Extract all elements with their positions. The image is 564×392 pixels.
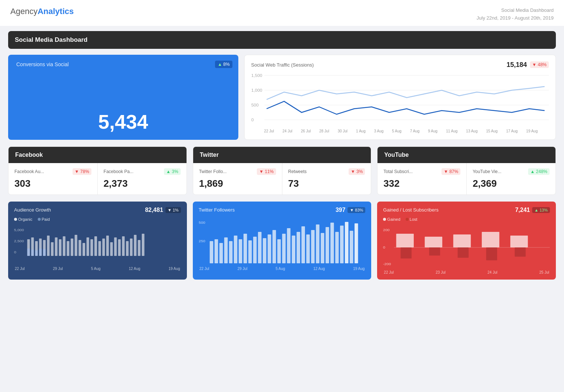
svg-rect-29 — [98, 241, 101, 256]
svg-rect-53 — [234, 236, 237, 263]
svg-rect-35 — [122, 236, 125, 256]
twitter-followers-badge: ▼ 83% — [348, 207, 365, 213]
svg-rect-32 — [110, 242, 113, 256]
svg-rect-64 — [287, 228, 290, 263]
svg-rect-86 — [482, 232, 499, 247]
svg-rect-50 — [219, 243, 222, 263]
logo-analytics: Analytics — [37, 7, 74, 16]
bottom-charts-row: Audience Growth 82,481 ▼ 1% Organic Paid… — [8, 202, 556, 280]
traffic-value-group: 15,184 ▼ 48% — [507, 61, 549, 69]
tw-metric-1-badge: ▼ 3% — [349, 168, 365, 175]
svg-rect-43 — [35, 250, 38, 256]
svg-text:0: 0 — [383, 245, 385, 249]
svg-text:2,500: 2,500 — [14, 239, 24, 243]
svg-rect-18 — [55, 237, 57, 256]
svg-rect-59 — [263, 238, 266, 263]
facebook-metric-0: Facebook Au... ▼ 78% 303 — [9, 163, 98, 195]
svg-rect-22 — [71, 239, 73, 256]
twitter-followers-card: Twitter Followers 397 ▼ 83% 500 250 — [193, 202, 372, 280]
youtube-header: YouTube — [377, 147, 555, 163]
svg-rect-49 — [214, 239, 218, 263]
svg-text:1,500: 1,500 — [251, 73, 262, 77]
svg-rect-44 — [39, 249, 42, 256]
svg-rect-65 — [292, 236, 295, 263]
svg-rect-85 — [453, 234, 471, 247]
fb-metric-1-label: Facebook Pa... — [104, 169, 134, 174]
twitter-metrics: Twitter Follo... ▼ 11% 1,869 Retweets ▼ … — [193, 163, 371, 195]
platforms-row: Facebook Facebook Au... ▼ 78% 303 Facebo… — [8, 146, 556, 195]
svg-text:1,000: 1,000 — [251, 88, 262, 92]
svg-rect-72 — [325, 227, 329, 263]
svg-rect-48 — [209, 241, 213, 263]
svg-rect-60 — [268, 234, 271, 263]
svg-rect-21 — [67, 241, 69, 256]
yt-metric-1-value: 2,369 — [473, 178, 550, 189]
svg-rect-28 — [94, 236, 97, 256]
svg-rect-26 — [87, 237, 89, 256]
svg-rect-33 — [114, 237, 117, 256]
facebook-metric-1: Facebook Pa... ▲ 3% 2,373 — [98, 163, 187, 195]
twitter-block: Twitter Twitter Follo... ▼ 11% 1,869 Ret… — [193, 146, 372, 195]
svg-rect-34 — [118, 239, 121, 256]
svg-rect-87 — [510, 236, 528, 247]
subscribers-legend: Gained Lost — [383, 217, 550, 222]
svg-rect-57 — [253, 237, 256, 263]
subscribers-x-labels: 22 Jul 23 Jul 24 Jul 25 Jul — [383, 270, 550, 274]
facebook-metrics: Facebook Au... ▼ 78% 303 Facebook Pa... … — [9, 163, 187, 195]
svg-rect-40 — [142, 234, 144, 256]
svg-rect-61 — [272, 230, 276, 263]
top-widgets-row: Conversions via Social ▲ 8% 5,434 Social… — [8, 55, 556, 140]
svg-text:0: 0 — [14, 250, 16, 254]
tw-metric-0-label: Twitter Follo... — [199, 169, 227, 174]
svg-rect-88 — [401, 247, 412, 258]
svg-rect-71 — [320, 233, 324, 263]
fb-metric-1-badge: ▲ 3% — [164, 168, 181, 175]
traffic-value: 15,184 — [507, 61, 527, 69]
svg-rect-42 — [31, 250, 34, 256]
tw-metric-0-badge: ▼ 11% — [257, 168, 276, 175]
svg-rect-62 — [277, 239, 281, 263]
svg-rect-31 — [106, 236, 109, 256]
svg-rect-55 — [244, 234, 247, 263]
tw-metric-1-label: Retweets — [288, 169, 307, 174]
subscribers-value-group: 7,241 ▲ 13% — [515, 207, 550, 213]
svg-text:250: 250 — [199, 239, 205, 243]
twitter-metric-0: Twitter Follo... ▼ 11% 1,869 — [193, 163, 282, 195]
svg-rect-63 — [282, 234, 285, 263]
audience-growth-card: Audience Growth 82,481 ▼ 1% Organic Paid… — [8, 202, 187, 280]
svg-rect-39 — [138, 240, 140, 256]
svg-rect-17 — [51, 242, 54, 256]
svg-rect-91 — [486, 247, 497, 260]
svg-text:5,000: 5,000 — [14, 228, 24, 232]
conversions-value: 5,434 — [16, 110, 230, 133]
svg-rect-90 — [458, 247, 469, 258]
yt-metric-0-value: 332 — [383, 178, 460, 189]
traffic-card-header: Social Web Traffic (Sessions) 15,184 ▼ 4… — [251, 61, 549, 69]
conversions-title: Conversions via Social — [16, 61, 230, 67]
svg-rect-84 — [425, 237, 442, 247]
svg-rect-66 — [296, 232, 300, 263]
traffic-card: Social Web Traffic (Sessions) 15,184 ▼ 4… — [244, 55, 556, 140]
svg-rect-69 — [311, 230, 314, 263]
fb-metric-0-label: Facebook Au... — [14, 169, 44, 174]
svg-rect-41 — [27, 249, 30, 256]
twitter-followers-value-group: 397 ▼ 83% — [336, 207, 366, 213]
twitter-followers-value: 397 — [336, 207, 346, 213]
twitter-metric-1: Retweets ▼ 3% 73 — [282, 163, 371, 195]
svg-rect-92 — [515, 247, 526, 257]
traffic-chart: 1,500 1,000 500 0 22 Jul24 Jul26 J — [251, 72, 549, 131]
svg-rect-30 — [102, 239, 105, 256]
twitter-header: Twitter — [193, 147, 371, 163]
conversions-card: Conversions via Social ▲ 8% 5,434 — [8, 55, 238, 140]
yt-metric-0-badge: ▼ 87% — [442, 168, 460, 175]
audience-growth-legend: Organic Paid — [14, 217, 181, 222]
twitter-followers-chart: 500 250 — [199, 217, 366, 265]
svg-rect-76 — [345, 222, 348, 263]
svg-rect-36 — [126, 241, 128, 256]
yt-metric-1-label: YouTube Vie... — [473, 169, 501, 174]
svg-rect-83 — [396, 234, 414, 247]
svg-rect-75 — [340, 226, 343, 263]
dashboard-title-header: Social Media Dashboard — [477, 7, 554, 14]
audience-growth-value-group: 82,481 ▼ 1% — [145, 207, 181, 213]
svg-rect-27 — [90, 239, 93, 256]
